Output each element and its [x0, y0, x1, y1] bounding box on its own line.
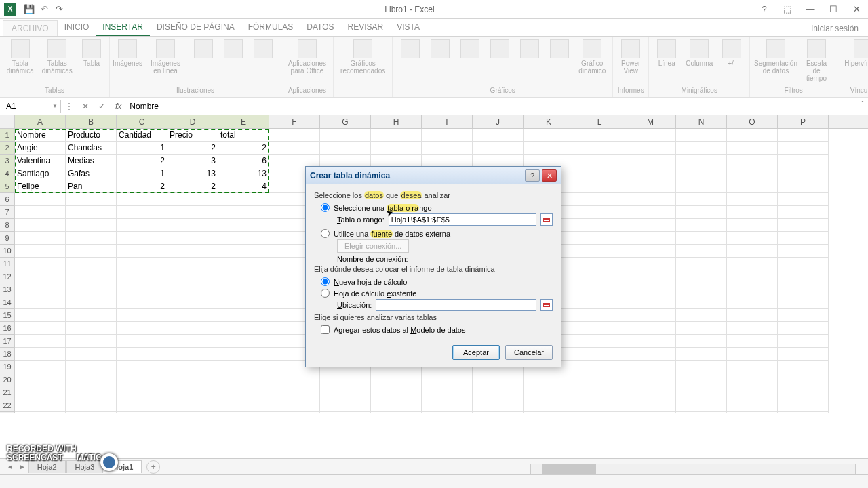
cell[interactable]: 6 — [218, 155, 269, 167]
cell[interactable] — [167, 361, 218, 373]
row-header[interactable]: 14 — [0, 296, 15, 309]
cell[interactable] — [625, 245, 676, 258]
cell[interactable] — [320, 386, 371, 399]
row-header[interactable]: 12 — [0, 270, 15, 283]
cell[interactable] — [473, 142, 524, 155]
cell[interactable] — [218, 193, 269, 206]
cell[interactable] — [167, 245, 218, 258]
cell[interactable] — [574, 167, 625, 180]
cell[interactable] — [574, 206, 625, 219]
cell[interactable]: 2 — [117, 155, 167, 167]
scrollbar-thumb[interactable] — [542, 464, 596, 474]
cell[interactable] — [727, 180, 778, 193]
radio-external[interactable] — [321, 229, 330, 238]
row-header[interactable]: 18 — [0, 348, 15, 361]
cell[interactable] — [269, 412, 320, 413]
add-sheet-icon[interactable]: + — [146, 460, 160, 474]
cell[interactable]: 2 — [167, 142, 218, 155]
horizontal-scrollbar[interactable] — [530, 464, 856, 474]
tab-datos[interactable]: DATOS — [300, 20, 340, 36]
ribbon-button[interactable]: Hipervínculo — [842, 38, 868, 68]
row-header[interactable]: 5 — [0, 180, 15, 193]
cell[interactable] — [727, 348, 778, 361]
sheet-nav-next-icon[interactable]: ► — [16, 463, 28, 470]
cell[interactable] — [218, 322, 269, 335]
cell[interactable] — [15, 270, 66, 283]
ribbon-button[interactable]: Imágenes — [114, 38, 141, 68]
column-header[interactable]: O — [727, 115, 778, 128]
row-header[interactable]: 20 — [0, 373, 15, 386]
cell[interactable] — [117, 219, 167, 232]
cell[interactable] — [676, 399, 727, 412]
cell[interactable] — [524, 412, 574, 413]
cell[interactable] — [15, 399, 66, 412]
cell[interactable] — [117, 373, 167, 386]
cell[interactable] — [117, 399, 167, 412]
ribbon-button[interactable] — [546, 38, 573, 61]
cell[interactable] — [574, 412, 625, 413]
cell[interactable] — [727, 296, 778, 309]
row-header[interactable]: 10 — [0, 245, 15, 258]
row-header[interactable]: 23 — [0, 412, 15, 413]
cell[interactable] — [727, 155, 778, 167]
cell[interactable] — [676, 219, 727, 232]
cell[interactable] — [778, 180, 829, 193]
cell[interactable] — [371, 129, 422, 142]
cell[interactable] — [727, 167, 778, 180]
cell[interactable] — [625, 206, 676, 219]
radio-table-range[interactable] — [321, 203, 330, 212]
cell[interactable] — [320, 142, 371, 155]
cell[interactable] — [167, 258, 218, 270]
column-header[interactable]: J — [473, 115, 524, 128]
row-header[interactable]: 15 — [0, 309, 15, 322]
cell[interactable] — [778, 348, 829, 361]
row-header[interactable]: 9 — [0, 232, 15, 245]
cell[interactable] — [66, 232, 117, 245]
cell[interactable] — [676, 167, 727, 180]
cell[interactable] — [167, 283, 218, 296]
cell[interactable] — [727, 373, 778, 386]
cell[interactable] — [167, 386, 218, 399]
cell[interactable] — [778, 412, 829, 413]
cell[interactable] — [625, 283, 676, 296]
cell[interactable] — [574, 129, 625, 142]
tab-insertar[interactable]: INSERTAR — [96, 20, 150, 36]
cell[interactable] — [15, 193, 66, 206]
cell[interactable]: 2 — [218, 142, 269, 155]
cell[interactable] — [778, 206, 829, 219]
cell[interactable] — [320, 129, 371, 142]
cell[interactable] — [15, 386, 66, 399]
cancel-button[interactable]: Cancelar — [505, 345, 553, 360]
cell[interactable] — [676, 335, 727, 348]
cell[interactable] — [727, 270, 778, 283]
cell[interactable] — [676, 373, 727, 386]
cell[interactable] — [676, 348, 727, 361]
cell[interactable] — [167, 232, 218, 245]
cell[interactable] — [727, 232, 778, 245]
cell[interactable]: Medias — [66, 155, 117, 167]
collapse-ribbon-icon[interactable]: ˆ — [861, 100, 864, 110]
cell[interactable]: Chanclas — [66, 142, 117, 155]
cell[interactable] — [473, 129, 524, 142]
cell[interactable] — [117, 348, 167, 361]
cell[interactable] — [117, 245, 167, 258]
cell[interactable] — [676, 361, 727, 373]
cell[interactable] — [625, 270, 676, 283]
row-header[interactable]: 22 — [0, 399, 15, 412]
cell[interactable] — [778, 386, 829, 399]
cell[interactable] — [66, 258, 117, 270]
cell[interactable] — [117, 309, 167, 322]
cell[interactable] — [15, 258, 66, 270]
dialog-help-icon[interactable]: ? — [525, 169, 540, 182]
cell[interactable] — [66, 399, 117, 412]
cell[interactable] — [524, 386, 574, 399]
cell[interactable] — [625, 322, 676, 335]
cell[interactable] — [625, 399, 676, 412]
cell[interactable] — [422, 129, 473, 142]
cell[interactable] — [574, 219, 625, 232]
cell[interactable] — [66, 309, 117, 322]
ribbon-button[interactable]: Columna — [683, 38, 715, 68]
cell[interactable]: 1 — [117, 142, 167, 155]
cell[interactable] — [320, 399, 371, 412]
cell[interactable] — [778, 322, 829, 335]
